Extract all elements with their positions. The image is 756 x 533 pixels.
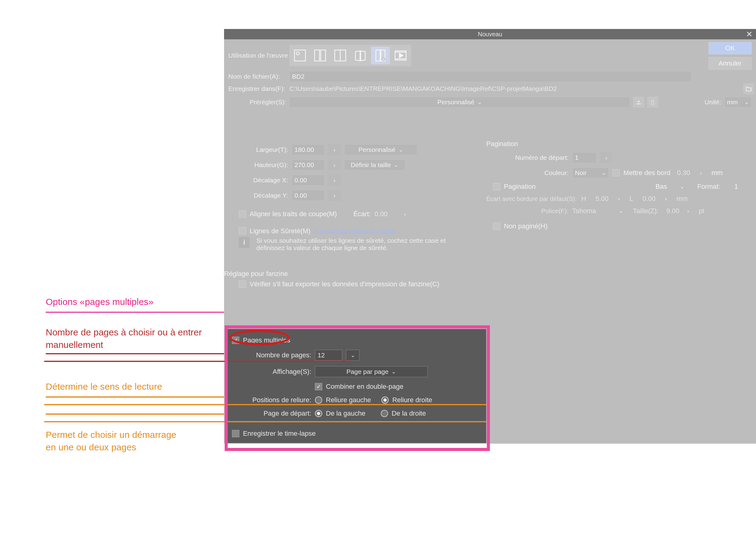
safety-lines-checkbox[interactable]: [239, 227, 246, 235]
pagination-checkbox[interactable]: [493, 183, 500, 190]
orange-connector-line-1: [44, 404, 486, 405]
multi-pages-checkbox[interactable]: [232, 337, 239, 344]
multi-page-section: Pages multiples Nombre de pages: ⌄ Affic…: [227, 329, 486, 443]
fanzine-title: Réglage pour fanzine: [224, 270, 483, 278]
define-size-value: Définir la taille: [351, 161, 391, 169]
comic-mode-icon[interactable]: [310, 47, 330, 64]
l-unit: mm: [676, 195, 688, 203]
offsetx-input[interactable]: [292, 175, 325, 186]
unit-select[interactable]: mm ⌄: [724, 97, 752, 108]
start-num-input[interactable]: [572, 152, 597, 163]
svg-rect-2: [314, 50, 319, 61]
orange-connector-line-2: [44, 421, 486, 422]
safety-lines-link[interactable]: À propos des lignes de sûreté: [314, 227, 395, 234]
font-value: Tahoma: [572, 207, 615, 215]
align-crop-label: Aligner les traits de coupe(M): [250, 210, 337, 218]
combine-double-checkbox[interactable]: [315, 383, 322, 390]
timelapse-checkbox[interactable]: [232, 430, 239, 437]
l-value: 0.00: [637, 195, 661, 203]
pages-count-input[interactable]: [315, 350, 342, 361]
border-stepper-icon[interactable]: ›: [700, 170, 702, 176]
gap-label: Écart:: [353, 210, 371, 218]
width-input[interactable]: [292, 144, 325, 155]
size-unit: pt: [699, 207, 704, 215]
offsetx-stepper-icon[interactable]: ›: [328, 175, 340, 186]
default-border-gap-label: Écart avec bordure par défaut(S):: [486, 195, 578, 203]
svg-point-8: [382, 58, 385, 61]
color-select[interactable]: Noir⌄: [572, 167, 609, 178]
color-value: Noir: [575, 169, 587, 177]
usage-icons: [289, 45, 411, 66]
chevron-down-icon: ⌄: [477, 99, 482, 105]
book-mode-icon[interactable]: [351, 47, 370, 64]
combine-double-label: Combiner en double-page: [326, 383, 403, 391]
fanzine-export-label: Vérifier s'il faut exporter les données …: [250, 280, 439, 288]
l-label: L: [630, 195, 633, 203]
filename-input[interactable]: [289, 71, 692, 82]
display-select[interactable]: Page par page⌄: [315, 366, 428, 377]
safety-lines-label: Lignes de Sûreté(M): [250, 227, 310, 235]
svg-point-1: [296, 52, 299, 55]
browse-folder-icon[interactable]: [743, 83, 754, 94]
chevron-down-icon: ⌄: [602, 170, 606, 176]
svg-rect-6: [376, 50, 380, 61]
chevron-down-icon: ⌄: [744, 99, 749, 105]
h-label: H: [581, 195, 586, 203]
usage-label: Utilisation de l'œuvre: [228, 52, 286, 59]
l-stepper-icon[interactable]: ›: [665, 196, 667, 202]
gap-stepper-icon[interactable]: ›: [404, 211, 406, 217]
not-paginated-checkbox[interactable]: [493, 223, 500, 230]
dialog-title: Nouveau: [478, 31, 502, 38]
offsety-stepper-icon[interactable]: ›: [328, 190, 340, 201]
add-preset-icon[interactable]: [633, 97, 644, 108]
width-preset-value: Personnalisé: [359, 146, 395, 154]
binding-left-radio[interactable]: [315, 396, 322, 404]
width-label: Largeur(T):: [224, 146, 288, 154]
border-checkbox[interactable]: [612, 169, 620, 177]
titlebar: Nouveau ✕: [224, 29, 756, 39]
start-left-radio[interactable]: [315, 410, 322, 417]
preset-label: Prérégler(S):: [228, 98, 286, 106]
webtoon-mode-icon[interactable]: [371, 47, 390, 64]
font-label: Police(F):: [486, 207, 569, 215]
pagination-pos-value: Bas: [655, 182, 667, 191]
width-preset-select[interactable]: Personnalisé⌄: [344, 144, 417, 155]
pagination-section: Pagination Numéro de départ: › Couleur: …: [486, 140, 748, 230]
start-left-label: De la gauche: [326, 409, 365, 417]
border-label: Mettre des bord: [623, 169, 670, 177]
annotation-underline-4: [46, 413, 224, 415]
animation-mode-icon[interactable]: [391, 47, 410, 64]
info-icon: i: [239, 237, 250, 248]
pages-count-dropdown[interactable]: ⌄: [346, 350, 360, 361]
height-input[interactable]: [292, 159, 325, 170]
size-section: Largeur(T): › Personnalisé⌄ Hauteur(G): …: [224, 140, 483, 288]
height-stepper-icon[interactable]: ›: [328, 159, 340, 170]
font-stepper-icon[interactable]: ⌄: [618, 208, 623, 214]
not-paginated-label: Non paginé(H): [504, 222, 548, 230]
multi-pages-label: Pages multiples: [243, 336, 290, 344]
print-mode-icon[interactable]: [331, 47, 350, 64]
size-stepper-icon[interactable]: ›: [687, 208, 689, 214]
width-stepper-icon[interactable]: ›: [328, 144, 340, 155]
start-num-stepper-icon[interactable]: ›: [600, 152, 612, 163]
size-label: Taille(Z):: [633, 207, 659, 215]
preset-select[interactable]: Personnalisé ⌄: [289, 97, 630, 108]
start-right-radio[interactable]: [381, 410, 388, 417]
dialog-new: Nouveau ✕ OK Annuler Utilisation de l'œu…: [224, 29, 756, 444]
define-size-select[interactable]: Définir la taille⌄: [344, 159, 405, 170]
cancel-button[interactable]: Annuler: [709, 57, 752, 70]
offsety-input[interactable]: [292, 190, 325, 201]
unit-label: Unité:: [705, 98, 721, 106]
ok-button[interactable]: OK: [709, 42, 752, 55]
timelapse-label: Enregistrer le time-lapse: [243, 430, 315, 437]
chevron-down-icon[interactable]: ⌄: [680, 183, 684, 190]
fanzine-export-checkbox[interactable]: [239, 281, 246, 288]
border-value: 0.30: [677, 169, 690, 177]
illustration-mode-icon[interactable]: [290, 47, 310, 64]
start-right-label: De la droite: [392, 409, 426, 417]
close-button[interactable]: ✕: [742, 29, 756, 39]
binding-right-radio[interactable]: [381, 396, 389, 404]
align-crop-checkbox[interactable]: [239, 210, 246, 218]
delete-preset-icon[interactable]: [647, 97, 658, 108]
h-stepper-icon[interactable]: ›: [618, 196, 620, 202]
